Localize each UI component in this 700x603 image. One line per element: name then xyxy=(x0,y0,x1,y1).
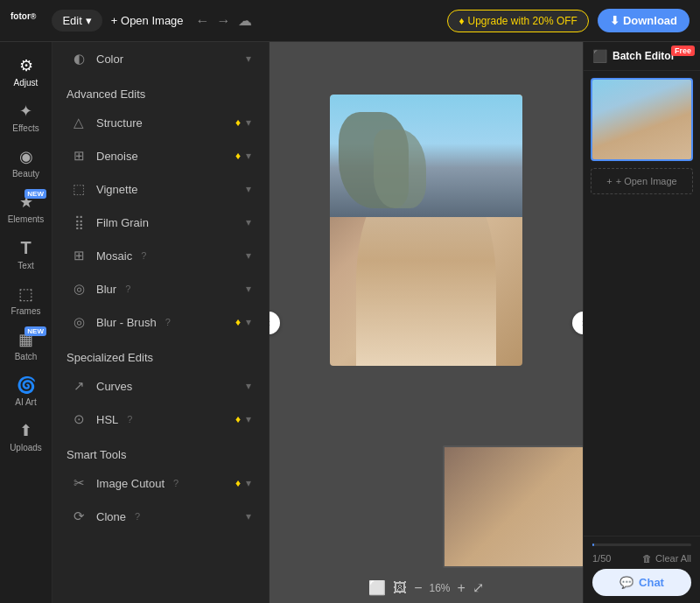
canvas-fit-button[interactable]: ⤢ xyxy=(472,579,484,596)
canvas-area[interactable]: ‹ › ⬜ 🖼 − 16% + ⤢ xyxy=(270,42,583,603)
clear-all-button[interactable]: 🗑 Clear All xyxy=(642,553,691,564)
film-grain-icon: ⣿ xyxy=(70,214,88,230)
edit-button[interactable]: Edit ▾ xyxy=(52,10,102,32)
help-icon-mosaic[interactable]: ? xyxy=(141,250,146,261)
canvas-tool-icon-2[interactable]: 🖼 xyxy=(393,580,407,596)
redo-button[interactable]: → xyxy=(217,12,231,29)
text-icon: T xyxy=(20,238,31,258)
panel-item-blur-brush[interactable]: ◎ Blur - Brush ? ♦ ▾ xyxy=(56,305,265,339)
sidebar-label-elements: Elements xyxy=(8,214,45,224)
ai-art-icon: 🌀 xyxy=(17,375,36,395)
help-icon-blur[interactable]: ? xyxy=(125,284,130,294)
free-badge: Free xyxy=(671,46,695,56)
panel-collapse-button[interactable]: ‹ xyxy=(270,312,280,334)
main-canvas-image xyxy=(330,95,522,366)
chevron-blur-brush: ▾ xyxy=(246,316,251,328)
panel-item-image-cutout[interactable]: ✂ Image Cutout ? ♦ ▾ xyxy=(56,466,265,500)
help-icon-cutout[interactable]: ? xyxy=(173,478,178,488)
panel-item-clone[interactable]: ⟳ Clone ? ▾ xyxy=(56,500,265,533)
sidebar-item-batch[interactable]: NEW ▦ Batch xyxy=(0,323,52,368)
edit-panel: ◐ Color ▾ Advanced Edits △ Structure ♦ ▾… xyxy=(52,42,270,603)
batch-editor-label: Batch Editor xyxy=(612,50,675,62)
canvas-zoom-in-button[interactable]: + xyxy=(458,580,466,596)
hsl-icon: ⊙ xyxy=(70,411,88,427)
sidebar-item-uploads[interactable]: ⬆ Uploads xyxy=(0,414,52,459)
help-icon-clone[interactable]: ? xyxy=(135,511,140,522)
panel-item-structure[interactable]: △ Structure ♦ ▾ xyxy=(56,106,265,139)
panel-item-vignette[interactable]: ⬚ Vignette ▾ xyxy=(56,172,265,206)
blur-icon: ◎ xyxy=(70,281,88,297)
premium-icon-structure: ♦ xyxy=(235,116,241,129)
edit-label: Edit xyxy=(62,14,81,27)
mosaic-icon: ⊞ xyxy=(70,248,88,263)
undo-button[interactable]: ← xyxy=(196,12,210,29)
panel-item-hsl[interactable]: ⊙ HSL ? ♦ ▾ xyxy=(56,403,265,436)
mosaic-label: Mosaic xyxy=(96,249,132,263)
chat-label: Chat xyxy=(639,576,664,589)
chat-button[interactable]: 💬 Chat xyxy=(592,569,691,596)
chat-icon: 💬 xyxy=(620,576,634,589)
blur-brush-icon: ◎ xyxy=(70,314,88,330)
logo-sup: ® xyxy=(31,12,37,21)
sidebar-item-elements[interactable]: NEW ★ Elements xyxy=(0,186,52,231)
advanced-edits-label: Advanced Edits xyxy=(66,88,145,101)
canvas-toolbar: ⬜ 🖼 − 16% + ⤢ xyxy=(270,579,583,596)
batch-editor-header: ⬛ Batch Editor Free xyxy=(584,42,700,71)
sidebar-item-text[interactable]: T Text xyxy=(0,231,52,277)
adjust-icon: ⚙ xyxy=(19,56,33,75)
structure-label: Structure xyxy=(96,116,143,130)
upgrade-button[interactable]: ♦ Upgrade with 20% OFF xyxy=(447,10,589,32)
panel-item-film-grain[interactable]: ⣿ Film Grain ▾ xyxy=(56,206,265,239)
smart-tools-header: Smart Tools xyxy=(52,436,269,466)
add-image-button[interactable]: + + Open Image xyxy=(591,168,693,194)
open-image-button[interactable]: + Open Image xyxy=(111,14,184,27)
film-grain-label: Film Grain xyxy=(96,216,149,229)
panel-expand-button[interactable]: › xyxy=(572,312,583,334)
sidebar-item-beauty[interactable]: ◉ Beauty xyxy=(0,140,52,186)
panel-item-curves[interactable]: ↗ Curves ▾ xyxy=(56,369,265,403)
smart-tools-label: Smart Tools xyxy=(66,448,126,461)
batch-editor-icon: ⬛ xyxy=(592,49,607,63)
batch-images-list: + + Open Image xyxy=(584,71,700,536)
panel-item-mosaic[interactable]: ⊞ Mosaic ? ▾ xyxy=(56,239,265,272)
help-icon-blur-brush[interactable]: ? xyxy=(165,317,171,327)
curves-label: Curves xyxy=(96,380,132,393)
sidebar-item-effects[interactable]: ✦ Effects xyxy=(0,95,52,140)
sidebar-label-batch: Batch xyxy=(15,352,38,361)
premium-icon-hsl: ♦ xyxy=(235,413,241,425)
sidebar-label-uploads: Uploads xyxy=(10,443,42,452)
panel-item-color[interactable]: ◐ Color ▾ xyxy=(56,42,265,75)
batch-footer: 1/50 🗑 Clear All 💬 Chat xyxy=(584,536,700,603)
progress-bar xyxy=(592,543,691,546)
download-button[interactable]: ⬇ Download xyxy=(598,9,690,32)
batch-image-item[interactable] xyxy=(591,78,693,161)
panel-item-denoise[interactable]: ⊞ Denoise ♦ ▾ xyxy=(56,139,265,172)
premium-icon-cutout: ♦ xyxy=(235,477,241,489)
chevron-cutout: ▾ xyxy=(246,477,251,489)
beauty-icon: ◉ xyxy=(19,147,33,166)
sidebar-item-adjust[interactable]: ⚙ Adjust xyxy=(0,49,52,95)
plus-icon: + xyxy=(606,176,612,186)
sidebar-item-frames[interactable]: ⬚ Frames xyxy=(0,277,52,323)
canvas-tool-icon-1[interactable]: ⬜ xyxy=(368,579,386,596)
canvas-zoom-out-button[interactable]: − xyxy=(414,580,422,596)
color-chevron-icon: ▾ xyxy=(246,53,251,65)
color-icon: ◐ xyxy=(70,51,88,67)
premium-icon-blur-brush: ♦ xyxy=(235,316,241,328)
thumbnail-overlay-image xyxy=(443,445,583,568)
cloud-button[interactable]: ☁ xyxy=(238,12,252,29)
trash-icon: 🗑 xyxy=(642,553,652,564)
blur-label: Blur xyxy=(96,283,116,296)
denoise-icon: ⊞ xyxy=(70,148,88,164)
panel-item-blur[interactable]: ◎ Blur ? ▾ xyxy=(56,272,265,305)
chevron-hsl: ▾ xyxy=(246,413,251,425)
help-icon-hsl[interactable]: ? xyxy=(127,414,132,424)
sidebar-item-ai-art[interactable]: 🌀 AI Art xyxy=(0,368,52,414)
sidebar-label-ai-art: AI Art xyxy=(15,397,36,407)
new-badge-batch: NEW xyxy=(24,326,46,336)
curves-icon: ↗ xyxy=(70,378,88,394)
rock-shape-2 xyxy=(374,130,426,208)
nav-icons: ← → ☁ xyxy=(196,12,252,29)
left-sidebar: ⚙ Adjust ✦ Effects ◉ Beauty NEW ★ Elemen… xyxy=(0,42,52,603)
chevron-mosaic: ▾ xyxy=(246,249,251,262)
